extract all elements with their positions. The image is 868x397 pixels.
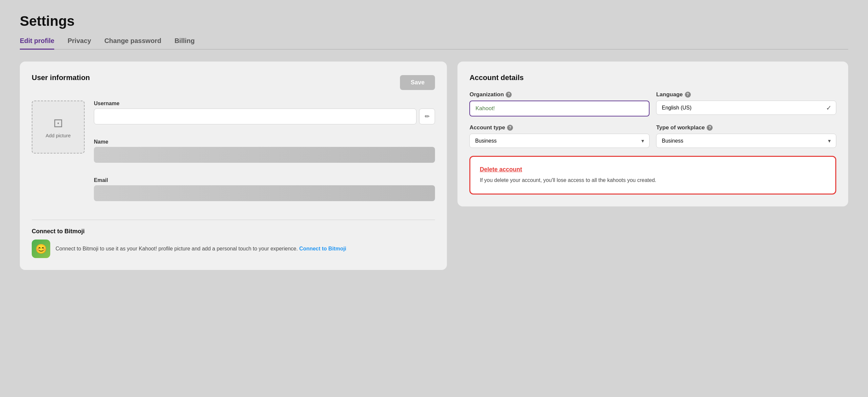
bitmoji-emoji: 😊 xyxy=(35,244,47,254)
account-type-label: Account type ? xyxy=(469,124,650,131)
account-type-help-icon[interactable]: ? xyxy=(507,125,513,131)
organization-help-icon[interactable]: ? xyxy=(506,92,512,97)
avatar-label: Add picture xyxy=(45,133,71,138)
username-label: Username xyxy=(94,101,435,107)
account-details-card: Account details Organization ? Language … xyxy=(458,61,848,206)
tab-nav: Edit profile Privacy Change password Bil… xyxy=(20,37,848,50)
account-type-select[interactable]: Business Personal Education xyxy=(469,134,650,148)
delete-account-description: If you delete your account, you'll lose … xyxy=(479,176,826,184)
profile-form-fields: Username ✏ Name Email xyxy=(94,101,435,209)
email-placeholder xyxy=(94,185,435,201)
email-field-group: Email xyxy=(94,177,435,201)
card-header: User information Save xyxy=(32,74,435,91)
pencil-icon: ✏ xyxy=(425,113,430,120)
account-details-title: Account details xyxy=(469,74,836,82)
account-workplace-row: Account type ? Business Personal Educati… xyxy=(469,124,836,148)
workplace-type-label: Type of workplace ? xyxy=(656,124,836,131)
name-label: Name xyxy=(94,139,435,145)
account-type-select-wrapper: Business Personal Education xyxy=(469,134,650,148)
workplace-type-select-wrapper: Business School Home xyxy=(656,134,836,148)
tab-privacy[interactable]: Privacy xyxy=(67,37,91,50)
connect-title: Connect to Bitmoji xyxy=(32,228,435,235)
language-label: Language ? xyxy=(656,91,836,98)
user-info-section: ⊡ Add picture Username ✏ Name xyxy=(32,101,435,209)
user-info-title: User information xyxy=(32,74,90,82)
email-label: Email xyxy=(94,177,435,183)
username-input[interactable] xyxy=(94,109,416,124)
user-info-card: User information Save ⊡ Add picture User… xyxy=(20,61,447,270)
save-button[interactable]: Save xyxy=(400,75,435,90)
account-type-field-group: Account type ? Business Personal Educati… xyxy=(469,124,650,148)
language-select[interactable]: English (US) English (UK) Spanish French… xyxy=(656,101,836,115)
name-field-group: Name xyxy=(94,139,435,163)
org-lang-row: Organization ? Language ? English (US) E… xyxy=(469,91,836,116)
avatar-upload[interactable]: ⊡ Add picture xyxy=(32,101,85,153)
bitmoji-icon: 😊 xyxy=(32,239,50,258)
connect-description: Connect to Bitmoji to use it as your Kah… xyxy=(56,246,298,251)
language-select-wrapper: English (US) English (UK) Spanish French… xyxy=(656,101,836,115)
organization-input[interactable] xyxy=(469,101,650,116)
delete-account-link[interactable]: Delete account xyxy=(479,166,826,173)
tab-change-password[interactable]: Change password xyxy=(104,37,161,50)
connect-row: 😊 Connect to Bitmoji to use it as your K… xyxy=(32,239,435,258)
name-placeholder xyxy=(94,147,435,163)
avatar-icon: ⊡ xyxy=(53,116,63,130)
connect-bitmoji-link[interactable]: Connect to Bitmoji xyxy=(299,246,346,251)
delete-account-box: Delete account If you delete your accoun… xyxy=(469,156,836,195)
workplace-type-help-icon[interactable]: ? xyxy=(707,125,713,131)
edit-username-button[interactable]: ✏ xyxy=(419,109,435,124)
organization-label: Organization ? xyxy=(469,91,650,98)
connect-bitmoji-section: Connect to Bitmoji 😊 Connect to Bitmoji … xyxy=(32,220,435,258)
main-content: User information Save ⊡ Add picture User… xyxy=(20,61,848,270)
language-help-icon[interactable]: ? xyxy=(685,92,691,97)
organization-field-group: Organization ? xyxy=(469,91,650,116)
language-field-group: Language ? English (US) English (UK) Spa… xyxy=(656,91,836,116)
tab-billing[interactable]: Billing xyxy=(175,37,195,50)
username-row: ✏ xyxy=(94,109,435,124)
username-field-group: Username ✏ xyxy=(94,101,435,124)
workplace-type-field-group: Type of workplace ? Business School Home xyxy=(656,124,836,148)
connect-text: Connect to Bitmoji to use it as your Kah… xyxy=(56,245,346,253)
tab-edit-profile[interactable]: Edit profile xyxy=(20,37,54,50)
workplace-type-select[interactable]: Business School Home xyxy=(656,134,836,148)
page-title: Settings xyxy=(20,13,848,29)
